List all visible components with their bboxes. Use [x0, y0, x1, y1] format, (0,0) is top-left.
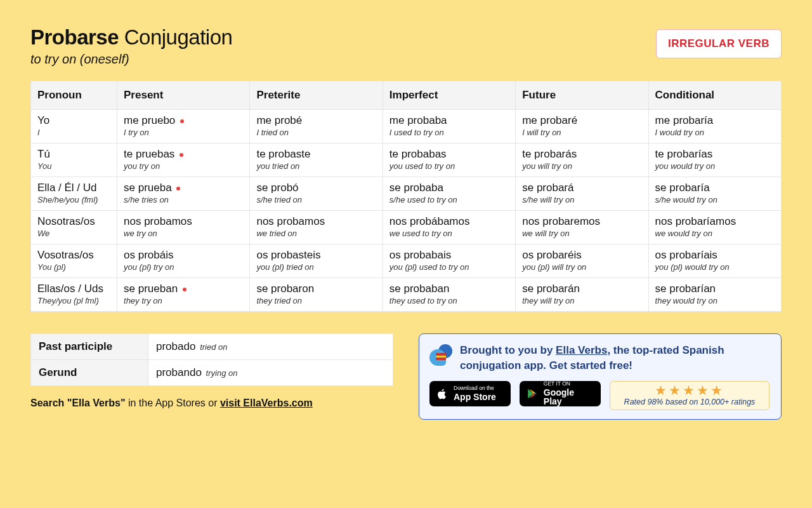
gerund-cell: probando trying on	[148, 360, 393, 386]
conjugation-cell: me probaréI will try on	[516, 110, 648, 144]
column-header: Future	[516, 81, 648, 110]
title-suffix: Conjugation	[124, 25, 233, 49]
conjugation-cell: se probós/he tried on	[250, 177, 383, 211]
column-header: Imperfect	[383, 81, 515, 110]
promo-box: Brought to you by Ella Verbs, the top-ra…	[419, 333, 782, 420]
past-participle-label: Past participle	[31, 334, 148, 360]
conjugation-cell: se probaríanthey would try on	[648, 278, 781, 312]
conjugation-table: PronounPresentPreteriteImperfectFutureCo…	[30, 81, 782, 312]
rating-text: Rated 98% based on 10,000+ ratings	[615, 398, 764, 406]
irregular-dot-icon	[183, 288, 187, 291]
past-participle-translation: tried on	[200, 342, 227, 352]
conjugation-cell: me probaríaI would try on	[648, 110, 781, 144]
pronoun-cell: Nosotras/osWe	[31, 211, 117, 244]
conjugation-cell: se probabanthey used to try on	[383, 278, 515, 312]
irregular-dot-icon	[176, 187, 180, 190]
column-header: Pronoun	[31, 81, 117, 110]
irregular-badge: IRREGULAR VERB	[656, 29, 782, 58]
conjugation-cell: se probarás/he will try on	[516, 177, 648, 211]
conjugation-cell: se probaránthey will try on	[516, 278, 648, 312]
conjugation-cell: me pruebo I try on	[117, 110, 250, 144]
page-title: Probarse Conjugation	[30, 25, 232, 50]
irregular-dot-icon	[180, 153, 183, 157]
conjugation-cell: nos probaremoswe will try on	[516, 211, 648, 244]
search-hint: Search "Ella Verbs" in the App Stores or…	[30, 398, 393, 409]
conjugation-cell: te pruebas you try on	[117, 144, 250, 177]
conjugation-cell: os probasteisyou (pl) tried on	[250, 244, 383, 278]
pronoun-cell: Vosotras/osYou (pl)	[31, 244, 117, 278]
conjugation-cell: te probarásyou will try on	[516, 144, 648, 177]
pronoun-cell: TúYou	[31, 144, 117, 177]
pronoun-cell: Ella / Él / UdShe/he/you (fml)	[31, 177, 117, 211]
table-row: Ellas/os / UdsThey/you (pl fml)se prueba…	[31, 278, 782, 312]
appstore-line2: App Store	[454, 392, 496, 401]
visit-link[interactable]: visit EllaVerbs.com	[220, 398, 313, 408]
table-row: Nosotras/osWenos probamoswe try onnos pr…	[31, 211, 782, 244]
conjugation-cell: se probarías/he would try on	[648, 177, 781, 211]
search-hint-middle: in the App Stores or	[125, 398, 219, 408]
star-icons: ★★★★★	[615, 384, 764, 397]
google-play-icon	[526, 388, 539, 399]
google-play-button[interactable]: GET IT ON Google Play	[520, 381, 601, 406]
search-hint-bold: Search "Ella Verbs"	[30, 398, 125, 408]
gerund-label: Gerund	[31, 360, 148, 386]
table-row: Vosotras/osYou (pl)os probáisyou (pl) tr…	[31, 244, 782, 278]
conjugation-cell: nos probaríamoswe would try on	[648, 211, 781, 244]
conjugation-cell: os probaréisyou (pl) will try on	[516, 244, 648, 278]
past-participle-value: probado	[156, 340, 195, 352]
conjugation-cell: se probaronthey tried on	[250, 278, 383, 312]
pronoun-cell: YoI	[31, 110, 117, 144]
column-header: Present	[117, 81, 250, 110]
conjugation-cell: te probabasyou used to try on	[383, 144, 515, 177]
conjugation-cell: se prueba s/he tries on	[117, 177, 250, 211]
table-row: YoIme pruebo I try onme probéI tried onm…	[31, 110, 782, 144]
pronoun-cell: Ellas/os / UdsThey/you (pl fml)	[31, 278, 117, 312]
ella-verbs-link[interactable]: Ella Verbs	[556, 344, 607, 356]
promo-text: Brought to you by Ella Verbs, the top-ra…	[460, 343, 769, 373]
conjugation-cell: se probabas/he used to try on	[383, 177, 515, 211]
app-icon	[429, 344, 452, 367]
conjugation-cell: nos probamoswe tried on	[250, 211, 383, 244]
conjugation-cell: me probéI tried on	[250, 110, 383, 144]
conjugation-cell: os probaríaisyou (pl) would try on	[648, 244, 781, 278]
conjugation-cell: se prueban they try on	[117, 278, 250, 312]
appstore-line1: Download on the	[454, 385, 496, 391]
conjugation-cell: te probasteyou tried on	[250, 144, 383, 177]
conjugation-cell: me probabaI used to try on	[383, 110, 515, 144]
rating-box: ★★★★★ Rated 98% based on 10,000+ ratings	[610, 381, 769, 410]
table-row: Ella / Él / UdShe/he/you (fml)se prueba …	[31, 177, 782, 211]
conjugation-cell: te probaríasyou would try on	[648, 144, 781, 177]
gerund-translation: trying on	[206, 368, 238, 378]
conjugation-cell: nos probábamoswe used to try on	[383, 211, 515, 244]
table-row: TúYoute pruebas you try onte probasteyou…	[31, 144, 782, 177]
verb-translation: to try on (oneself)	[30, 52, 232, 67]
conjugation-cell: nos probamoswe try on	[117, 211, 250, 244]
conjugation-cell: os probabaisyou (pl) used to try on	[383, 244, 515, 278]
extra-forms-table: Past participle probado tried on Gerund …	[30, 333, 393, 386]
column-header: Preterite	[250, 81, 383, 110]
gerund-value: probando	[156, 366, 202, 378]
past-participle-cell: probado tried on	[148, 334, 393, 360]
gplay-line2: Google Play	[544, 388, 594, 406]
verb-name: Probarse	[30, 25, 119, 49]
conjugation-cell: os probáisyou (pl) try on	[117, 244, 250, 278]
column-header: Conditional	[648, 81, 781, 110]
irregular-dot-icon	[180, 119, 184, 123]
gplay-line1: GET IT ON	[544, 381, 594, 387]
apple-icon	[436, 387, 449, 400]
app-store-button[interactable]: Download on the App Store	[429, 381, 511, 406]
